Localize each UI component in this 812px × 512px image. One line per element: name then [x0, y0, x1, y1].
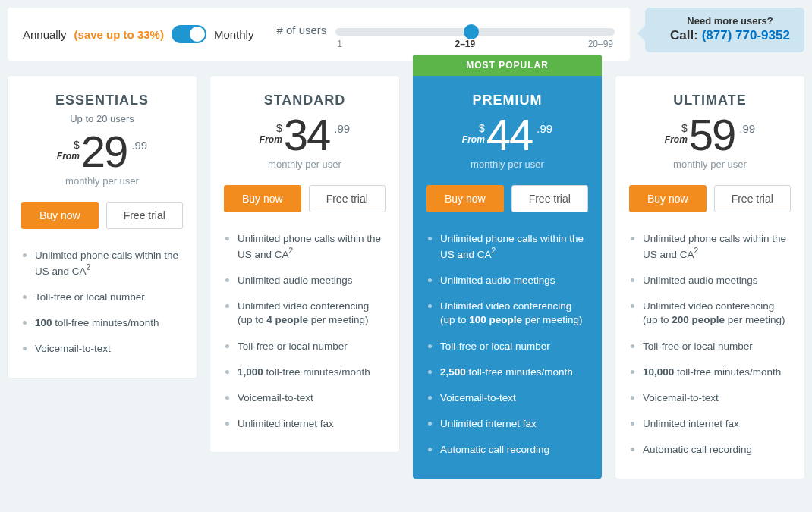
dollar-sign: $: [74, 139, 80, 151]
plan-header: ULTIMATE $ From 59 .99 monthly per user: [615, 76, 804, 174]
feature-item: Unlimited video conferencing (up to 4 pe…: [225, 294, 384, 333]
price-row: $ From 59 .99: [623, 113, 797, 157]
price-cents: .99: [736, 113, 755, 135]
feature-item: Toll-free or local number: [631, 334, 789, 360]
ribbon-most-popular: MOST POPULAR: [413, 55, 602, 76]
slider-wrap: 1 2–19 20–99: [335, 19, 615, 49]
billing-toggle-group: Annually (save up to 33%) Monthly: [23, 25, 253, 43]
buy-now-button[interactable]: Buy now: [426, 185, 504, 212]
free-trial-button[interactable]: Free trial: [511, 185, 589, 212]
slider-tick: 20–99: [588, 39, 613, 49]
price-cents: .99: [128, 130, 147, 152]
user-slider-group: # of users 1 2–19 20–99: [276, 19, 615, 49]
price-cents: .99: [331, 113, 350, 135]
button-row: Buy now Free trial: [8, 191, 197, 243]
plan-name: STANDARD: [218, 93, 392, 108]
price-main: 34: [284, 113, 330, 157]
billing-controls: Annually (save up to 33%) Monthly # of u…: [8, 8, 630, 61]
price-prefix: $ From: [260, 113, 282, 145]
feature-item: Unlimited internet fax: [428, 411, 587, 437]
from-label: From: [57, 151, 80, 162]
monthly-label: Monthly: [214, 28, 254, 41]
plan-name: ULTIMATE: [623, 93, 797, 108]
feature-item: Unlimited video conferencing (up to 100 …: [428, 294, 587, 333]
button-row: Buy now Free trial: [210, 174, 399, 226]
callout-phone: Call: (877) 770-9352: [668, 28, 792, 43]
buy-now-button[interactable]: Buy now: [21, 202, 99, 229]
plan-card-premium: MOST POPULAR PREMIUM $ From 44 .99 month…: [413, 55, 602, 479]
feature-item: Unlimited video conferencing (up to 200 …: [631, 294, 789, 333]
plan-header: ESSENTIALS Up to 20 users $ From 29 .99 …: [8, 76, 197, 191]
user-slider[interactable]: [335, 28, 615, 36]
slider-label: # of users: [276, 19, 326, 36]
slider-tick: 1: [337, 39, 342, 49]
billing-toggle[interactable]: [172, 25, 206, 43]
plan-header: PREMIUM $ From 44 .99 monthly per user: [413, 76, 602, 174]
price-row: $ From 34 .99: [218, 113, 392, 157]
feature-item: Toll-free or local number: [225, 334, 384, 360]
free-trial-button[interactable]: Free trial: [106, 202, 184, 229]
feature-item: 2,500 toll-free minutes/month: [428, 360, 587, 385]
phone-number[interactable]: (877) 770-9352: [702, 28, 790, 42]
plan-header: STANDARD $ From 34 .99 monthly per user: [210, 76, 399, 174]
feature-list: Unlimited phone calls within the US and …: [413, 226, 602, 463]
feature-item: Voicemail-to-text: [23, 336, 181, 362]
free-trial-button[interactable]: Free trial: [309, 185, 386, 212]
slider-ticks: 1 2–19 20–99: [335, 39, 615, 49]
callout-title: Need more users?: [668, 15, 792, 27]
feature-item: Unlimited internet fax: [225, 411, 384, 437]
feature-item: Unlimited phone calls within the US and …: [225, 226, 384, 268]
feature-item: Voicemail-to-text: [631, 385, 789, 411]
feature-list: Unlimited phone calls within the US and …: [210, 226, 399, 437]
call-prefix: Call:: [670, 28, 702, 42]
feature-item: Unlimited phone calls within the US and …: [631, 226, 789, 268]
feature-item: Automatic call recording: [631, 437, 789, 463]
feature-item: 1,000 toll-free minutes/month: [225, 360, 384, 385]
from-label: From: [665, 134, 688, 145]
buy-now-button[interactable]: Buy now: [224, 185, 301, 212]
plan-card-standard: STANDARD $ From 34 .99 monthly per user …: [210, 76, 399, 452]
price-prefix: $ From: [665, 113, 688, 145]
feature-item: Toll-free or local number: [428, 334, 587, 360]
price-row: $ From 29 .99: [15, 130, 189, 174]
price-unit: monthly per user: [218, 159, 392, 170]
plan-card-essentials: ESSENTIALS Up to 20 users $ From 29 .99 …: [8, 76, 197, 378]
price-unit: monthly per user: [623, 159, 797, 170]
button-row: Buy now Free trial: [413, 174, 602, 226]
feature-list: Unlimited phone calls within the US and …: [615, 226, 804, 463]
price-main: 59: [689, 113, 735, 157]
feature-item: Voicemail-to-text: [428, 385, 587, 411]
price-main: 44: [486, 113, 533, 157]
plan-name: PREMIUM: [420, 93, 594, 108]
feature-item: Unlimited phone calls within the US and …: [428, 226, 587, 268]
from-label: From: [462, 134, 485, 145]
price-prefix: $ From: [57, 130, 80, 162]
more-users-callout: Need more users? Call: (877) 770-9352: [645, 8, 804, 52]
feature-item: Unlimited phone calls within the US and …: [23, 243, 181, 284]
feature-list: Unlimited phone calls within the US and …: [8, 243, 197, 363]
slider-tick: 2–19: [455, 39, 475, 49]
free-trial-button[interactable]: Free trial: [714, 185, 792, 212]
dollar-sign: $: [681, 122, 688, 134]
from-label: From: [260, 134, 282, 145]
buy-now-button[interactable]: Buy now: [629, 185, 707, 212]
feature-item: Automatic call recording: [428, 437, 587, 463]
plan-sub: Up to 20 users: [15, 113, 189, 125]
feature-item: Unlimited internet fax: [631, 411, 789, 437]
slider-handle[interactable]: [464, 24, 479, 39]
dollar-sign: $: [276, 122, 282, 134]
button-row: Buy now Free trial: [615, 174, 804, 226]
feature-item: 10,000 toll-free minutes/month: [631, 360, 789, 385]
annually-label: Annually: [23, 28, 67, 41]
price-row: $ From 44 .99: [420, 113, 594, 157]
price-cents: .99: [533, 113, 552, 135]
plans-row: ESSENTIALS Up to 20 users $ From 29 .99 …: [0, 61, 812, 479]
price-unit: monthly per user: [420, 159, 594, 170]
dollar-sign: $: [479, 122, 485, 134]
price-unit: monthly per user: [15, 175, 189, 187]
feature-item: Toll-free or local number: [23, 284, 181, 310]
price-prefix: $ From: [462, 113, 485, 145]
feature-item: Unlimited audio meetings: [225, 268, 384, 294]
feature-item: Unlimited audio meetings: [428, 268, 587, 294]
feature-item: 100 toll-free minutes/month: [23, 310, 181, 336]
